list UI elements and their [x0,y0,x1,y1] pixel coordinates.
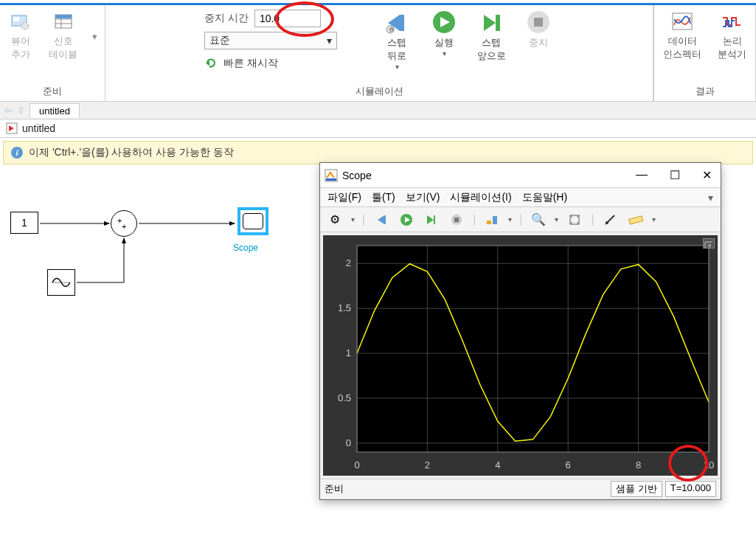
measure-button[interactable] [602,211,620,229]
svg-rect-1 [13,17,19,21]
menu-tool[interactable]: 툴(T) [372,191,395,204]
menu-help[interactable]: 도움말(H) [522,191,567,204]
svg-text:4: 4 [495,459,500,471]
group-label-prepare: 준비 [43,85,62,98]
model-tab[interactable]: untitled [30,103,80,118]
svg-rect-18 [534,18,543,27]
stop-time-input[interactable] [254,10,321,27]
dropdown-arrow-icon[interactable]: ▾ [508,215,512,223]
info-bar: i 이제 'Ctrl+.'을(를) 사용하여 사용 가능한 동작 [3,141,753,164]
nav-bar: ⇦ ⇧ untitled [0,102,756,119]
data-inspector-button[interactable]: 데이터 인스펙터 [662,10,703,63]
svg-text:6: 6 [566,459,571,471]
svg-text:0.5: 0.5 [338,392,351,403]
dropdown-arrow-icon[interactable]: ▾ [351,215,355,223]
maximize-axes-icon[interactable] [703,238,715,249]
status-sample: 샘플 기반 [611,481,662,497]
dropdown-arrow-icon: ▾ [327,35,332,46]
model-subtitle: untitled [0,119,756,138]
svg-text:10: 10 [704,459,714,471]
scope-statusbar: 준비 샘플 기반 T=10.000 [320,479,721,498]
svg-text:0: 0 [354,459,359,471]
stop-button[interactable]: 중지 [523,10,554,49]
play-icon [429,10,460,36]
svg-text:2: 2 [346,257,351,268]
group-label-results: 결과 [696,85,715,98]
scope-title: Scope [342,170,372,181]
svg-point-40 [606,221,608,224]
status-time: T=10.000 [665,481,716,497]
sine-icon [50,273,72,292]
ruler-button[interactable] [627,211,645,229]
plus-icon: ++ [117,216,131,231]
svg-rect-34 [434,215,435,224]
sum-block[interactable]: ++ [111,210,137,237]
menu-more-icon[interactable]: ▾ [708,192,713,204]
constant-block[interactable]: 1 [10,212,38,234]
svg-rect-7 [55,15,72,18]
zoom-icon: 🔍 [531,212,546,226]
scope-block-label: Scope [233,243,258,253]
svg-text:⚙: ⚙ [389,27,394,33]
viewer-icon [9,11,32,32]
menu-simulation[interactable]: 시뮬레이션(I) [450,191,511,204]
menu-file[interactable]: 파일(F) [327,191,361,204]
svg-marker-15 [484,15,496,31]
stop-tb-button[interactable] [448,211,465,229]
nav-back-icon[interactable]: ⇦ [4,105,13,116]
svg-text:1: 1 [346,347,351,358]
ribbon-group-prepare: 뷰어 추가 신호 테이블 ▾ 준비 [0,5,105,101]
step-back-icon: ⚙ [381,10,412,36]
settings-button[interactable]: ⚙ [326,211,344,229]
svg-rect-36 [454,218,459,222]
stop-time-field: 중지 시간 [204,10,337,27]
step-back-button[interactable]: ⚙ 스텝 뒤로 ▾ [381,10,412,71]
svg-rect-42 [357,246,709,452]
menu-view[interactable]: 보기(V) [406,191,440,204]
nav-up-icon[interactable]: ⇧ [17,105,25,116]
autoscale-button[interactable] [566,211,583,229]
logic-icon [721,11,744,32]
status-ready: 준비 [325,482,344,496]
toolstrip-ribbon: 뷰어 추가 신호 테이블 ▾ 준비 중지 시간 표준 ▾ [0,3,756,102]
ribbon-group-simulation: 중지 시간 표준 ▾ 빠른 재시작 ⚙ 스텝 뒤 [105,5,653,101]
info-icon: i [11,147,23,159]
maximize-button[interactable]: ☐ [670,168,680,182]
run-tb-button[interactable] [398,211,415,229]
quick-restart-button[interactable]: 빠른 재시작 [204,57,337,70]
step-back-tb-button[interactable] [372,211,390,229]
step-fwd-tb-button[interactable] [423,211,440,229]
svg-text:8: 8 [636,459,641,471]
inspector-icon [670,11,694,32]
group-label-simulation: 시뮬레이션 [356,85,403,98]
svg-rect-37 [487,221,491,224]
dropdown-arrow-icon[interactable]: ▾ [92,31,97,42]
minimize-button[interactable]: — [636,168,648,182]
svg-marker-29 [378,215,384,224]
ribbon-group-results: 데이터 인스펙터 논리 분석기 결과 [653,5,756,101]
viewer-add-button[interactable]: 뷰어 추가 [7,10,34,63]
run-button[interactable]: 실행 ▾ [429,10,460,58]
zoom-button[interactable]: 🔍 [530,211,547,229]
simulation-mode-dropdown[interactable]: 표준 ▾ [204,32,337,49]
dropdown-arrow-icon[interactable]: ▾ [652,215,656,223]
close-button[interactable]: ✕ [702,168,712,182]
signal-table-button[interactable]: 신호 테이블 [47,10,79,63]
sine-wave-block[interactable] [47,269,75,296]
logic-analyzer-button[interactable]: 논리 분석기 [716,10,748,63]
step-forward-icon [476,10,507,36]
svg-rect-10 [400,15,404,31]
gear-icon: ⚙ [330,212,340,226]
svg-text:2: 2 [425,459,430,471]
svg-rect-38 [493,216,497,224]
svg-point-2 [21,22,29,29]
step-forward-button[interactable]: 스텝 앞으로 [476,10,507,63]
svg-rect-16 [496,15,500,31]
scope-titlebar[interactable]: Scope — ☐ ✕ [320,163,721,188]
dropdown-arrow-icon[interactable]: ▾ [555,215,558,223]
scope-block[interactable] [237,207,268,235]
simulink-logo-icon [325,169,338,182]
highlight-button[interactable] [483,211,501,229]
scope-plot[interactable]: 024681000.511.52 [323,235,718,476]
svg-rect-30 [384,215,386,224]
